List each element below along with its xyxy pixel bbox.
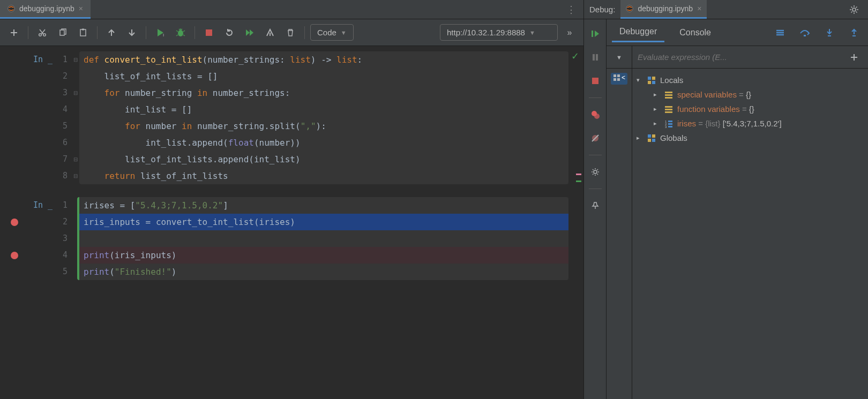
code-cell[interactable]: In _12345irises = ["5.4,3;7,1.5,0.2"]iri… [0,197,583,280]
variable-row[interactable]: ▸function variables = {} [637,102,864,116]
debug-label: Debug: [589,5,615,14]
jupyter-icon [626,5,633,12]
frames-toggle-button[interactable]: < [611,73,627,85]
error-marker[interactable] [576,174,581,175]
scope-icon [647,134,656,142]
debugger-tab[interactable]: Debugger [612,22,664,42]
variables-tree[interactable]: ▾ Locals ▸special variables = {}▸functio… [632,69,868,399]
debug-cell-button[interactable] [172,24,189,41]
cut-button[interactable] [34,24,51,41]
chevron-down-icon: ▼ [529,29,535,36]
breakpoint-icon[interactable] [11,252,18,259]
ok-marker[interactable] [576,180,581,182]
code-line[interactable]: for number in number_string.split(","): [79,118,568,134]
toolbar-overflow-icon[interactable]: » [561,24,578,41]
close-icon[interactable]: × [697,4,701,13]
code-line[interactable]: for number_string in number_strings: [79,85,568,101]
variable-text: function variables = {} [677,104,754,114]
line-number-gutter[interactable]: 12345678 [58,51,72,184]
caret-right-icon: ▸ [654,106,660,112]
code-line[interactable]: return list_of_int_lists [79,168,568,184]
variable-row[interactable]: ▸special variables = {} [637,87,864,102]
pin-button[interactable] [588,199,602,213]
svg-rect-32 [665,97,672,99]
code-line[interactable]: irises = ["5.4,3;7,1.5,0.2"] [79,197,568,214]
code-line[interactable]: def convert_to_int_list(number_strings: … [79,51,568,68]
clear-output-button[interactable] [261,24,279,41]
variable-row[interactable]: ▸123irises = {list} ['5.4,3;7,1.5,0.2'] [637,116,864,131]
move-up-button[interactable] [103,24,120,41]
thread-dropdown[interactable]: ▼ [607,46,632,68]
stop-button[interactable] [200,24,218,41]
code-line[interactable]: int_list.append(float(number)) [79,134,568,151]
editor-tab[interactable]: debugging.ipynb × [0,0,91,19]
caret-right-icon: ▸ [637,134,643,141]
close-tab-icon[interactable]: × [79,4,83,13]
cell-type-dropdown[interactable]: Code ▼ [310,24,354,41]
console-tab[interactable]: Console [672,24,719,42]
locals-group[interactable]: ▾ Locals [637,73,864,87]
settings-button[interactable] [845,1,863,18]
tab-overflow-icon[interactable]: ⋮ [559,4,583,16]
code-line[interactable]: print(iris_inputs) [79,247,568,264]
view-breakpoints-button[interactable] [588,108,602,122]
editor-tab-bar: debugging.ipynb × ⋮ [0,0,583,19]
server-url-dropdown[interactable]: http://10.32.1.29:8888 ▼ [440,24,558,41]
code-content[interactable]: irises = ["5.4,3;7,1.5,0.2"]iris_inputs … [77,197,568,280]
code-cell[interactable]: In _12345678⊟⊟⊟⊟def convert_to_int_list(… [0,51,583,184]
code-line[interactable] [79,230,568,247]
code-line[interactable]: list_of_int_lists.append(int_list) [79,151,568,168]
step-over-icon[interactable] [796,24,813,41]
copy-button[interactable] [54,24,71,41]
svg-rect-42 [648,134,651,138]
editor-area[interactable]: ✓ In _12345678⊟⊟⊟⊟def convert_to_int_lis… [0,46,583,399]
code-content[interactable]: def convert_to_int_list(number_strings: … [79,51,568,184]
step-into-icon[interactable] [821,24,838,41]
run-all-button[interactable] [241,24,258,41]
paste-button[interactable] [74,24,92,41]
svg-rect-34 [665,109,672,110]
breakpoint-icon[interactable] [11,219,18,226]
resume-button[interactable] [588,27,602,41]
add-watch-button[interactable] [850,53,868,62]
debug-header: Debug: debugging.ipynb × [584,0,868,19]
scope-icon [647,76,656,85]
add-cell-button[interactable] [5,24,23,41]
fold-gutter[interactable]: ⊟⊟⊟⊟ [72,51,79,184]
group-var-icon [664,105,673,114]
svg-point-16 [594,114,600,119]
stop-debug-button[interactable] [588,74,602,88]
debug-settings-button[interactable] [588,165,602,179]
evaluate-expression-input[interactable] [632,52,850,62]
inspection-ok-icon[interactable]: ✓ [571,50,579,62]
svg-rect-12 [593,54,595,61]
evaluate-row: ▼ [607,46,868,69]
code-line[interactable]: iris_inputs = convert_to_int_list(irises… [79,214,568,230]
code-line[interactable]: int_list = [] [79,101,568,118]
svg-rect-26 [648,77,651,80]
delete-cell-button[interactable] [282,24,299,41]
svg-point-9 [626,5,633,12]
svg-rect-30 [665,92,672,93]
code-line[interactable]: print("Finished!") [79,264,568,280]
svg-point-10 [852,8,856,11]
breakpoint-gutter[interactable] [4,51,25,184]
mute-breakpoints-button[interactable] [588,131,602,145]
code-line[interactable]: list_of_int_lists = [] [79,68,568,85]
variable-text: special variables = {} [677,90,751,99]
move-down-button[interactable] [123,24,140,41]
globals-group[interactable]: ▸ Globals [637,131,864,145]
run-cell-button[interactable]: I [152,24,169,41]
editor-tab-title: debugging.ipynb [19,4,74,13]
line-number-gutter[interactable]: 12345 [58,197,72,280]
debug-session-toolbar [584,19,607,399]
layout-settings-icon[interactable] [772,24,789,41]
step-out-icon[interactable] [845,24,863,41]
debug-run-config-tab[interactable]: debugging.ipynb × [620,0,707,19]
breakpoint-gutter[interactable] [4,197,25,280]
restart-button[interactable] [221,24,238,41]
pause-button[interactable] [588,50,602,64]
svg-rect-45 [652,139,655,142]
svg-rect-19 [804,35,806,36]
svg-text:I: I [163,33,164,37]
